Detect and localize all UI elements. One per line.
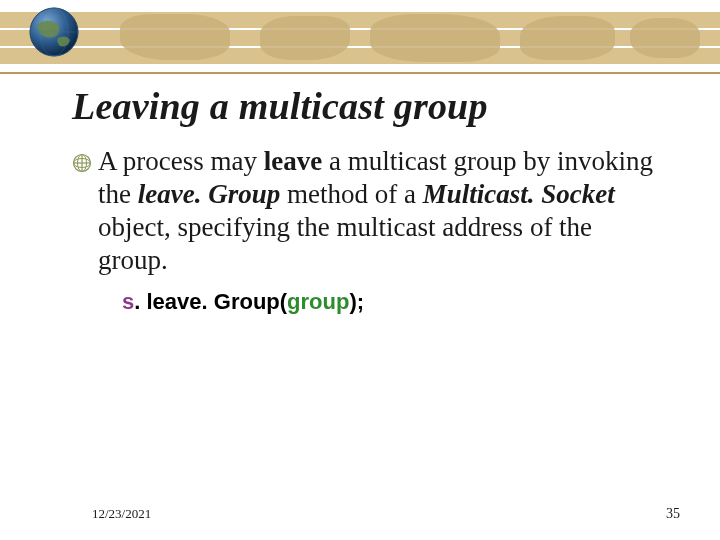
footer-date: 12/23/2021	[92, 506, 151, 522]
banner	[0, 0, 720, 80]
code-close: );	[349, 289, 364, 314]
code-arg: group	[287, 289, 349, 314]
content-area: A process may leave a multicast group by…	[72, 145, 662, 315]
accent-line	[0, 72, 720, 74]
code-method: leave. Group(	[146, 289, 287, 314]
body-class: Multicast. Socket	[423, 179, 615, 209]
body-paragraph: A process may leave a multicast group by…	[98, 145, 662, 277]
footer-page-number: 35	[666, 506, 680, 522]
slide-title: Leaving a multicast group	[72, 84, 488, 128]
bullet-item: A process may leave a multicast group by…	[72, 145, 662, 277]
code-dot: .	[134, 289, 146, 314]
code-s: s	[122, 289, 134, 314]
body-text-5: method of a	[280, 179, 422, 209]
code-snippet: s. leave. Group(group);	[122, 289, 662, 315]
bullet-icon	[72, 153, 92, 173]
globe-icon	[28, 6, 80, 58]
body-method: leave. Group	[138, 179, 280, 209]
body-text-1: A process may	[98, 146, 264, 176]
body-text-7: object, specifying the multicast address…	[98, 212, 592, 275]
body-bold-leave: leave	[264, 146, 322, 176]
